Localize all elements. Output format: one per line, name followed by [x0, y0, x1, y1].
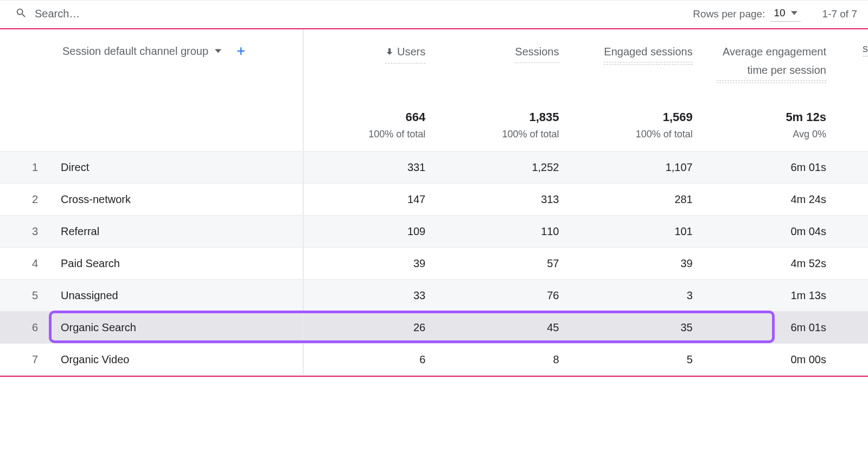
col-header-users[interactable]: Users 664 100% of total [304, 29, 437, 151]
metric-headers: Users 664 100% of total Sessions 1,835 1… [304, 29, 868, 151]
row-metric: 45 [437, 321, 571, 334]
row-channel-name[interactable]: Organic Search [49, 312, 304, 343]
row-metric: 147 [304, 193, 437, 206]
row-metric: 6m 01s [705, 321, 838, 334]
total-sessions-sub: 100% of total [449, 129, 559, 140]
row-metric: 6m 01s [705, 161, 838, 174]
row-index: 1 [0, 161, 49, 174]
arrow-down-icon [385, 47, 394, 56]
total-users: 664 [316, 110, 425, 124]
total-sessions: 1,835 [449, 110, 559, 124]
row-metric: 4m 52s [705, 257, 838, 270]
row-metric: 1,252 [437, 161, 571, 174]
row-metric: 39 [304, 257, 437, 270]
report-table: Rows per page: 10 1-7 of 7 Session defau… [0, 0, 868, 377]
dimension-selector[interactable]: Session default channel group [62, 45, 208, 58]
page-range: 1-7 of 7 [806, 8, 857, 20]
row-index: 4 [0, 257, 49, 270]
col-header-avg-label: Average engagement time per session [717, 42, 826, 83]
row-metric: 313 [437, 193, 571, 206]
table-row[interactable]: 3Referral1091101010m 04s [0, 216, 868, 248]
row-metric: 26 [304, 321, 437, 334]
col-header-avg-engagement[interactable]: Average engagement time per session 5m 1… [705, 29, 838, 151]
chevron-down-icon [791, 10, 797, 16]
col-header-engaged-label: Engaged sessions [604, 42, 692, 65]
row-index: 2 [0, 193, 49, 206]
row-channel-name[interactable]: Organic Video [49, 344, 304, 375]
table-row[interactable]: 6Organic Search2645356m 01s [0, 312, 868, 344]
row-index: 3 [0, 225, 49, 238]
row-metric: 8 [437, 353, 571, 366]
total-engaged: 1,569 [583, 110, 693, 124]
row-metric: 110 [437, 225, 571, 238]
row-metric: 3 [571, 289, 705, 302]
row-channel-name[interactable]: Unassigned [49, 280, 304, 311]
row-metric: 0m 00s [705, 353, 838, 366]
table-toolbar: Rows per page: 10 1-7 of 7 [0, 0, 868, 28]
total-users-sub: 100% of total [316, 129, 425, 140]
row-channel-name[interactable]: Cross-network [49, 184, 304, 215]
row-metric: 76 [437, 289, 571, 302]
row-channel-name[interactable]: Direct [49, 151, 304, 183]
row-metric: 57 [437, 257, 571, 270]
row-index: 5 [0, 289, 49, 302]
col-header-engaged-sessions[interactable]: Engaged sessions 1,569 100% of total [571, 29, 705, 151]
dimension-column-header: Session default channel group + [0, 29, 304, 151]
table-header: Session default channel group + Users 66… [0, 29, 868, 151]
table-row[interactable]: 2Cross-network1473132814m 24s [0, 184, 868, 216]
row-metric: 331 [304, 161, 437, 174]
row-metric: 0m 04s [705, 225, 838, 238]
add-dimension-button[interactable]: + [228, 42, 245, 60]
row-metric: 5 [571, 353, 705, 366]
pagination: Rows per page: 10 1-7 of 7 [693, 6, 857, 22]
row-metric: 33 [304, 289, 437, 302]
row-metric: 281 [571, 193, 705, 206]
search-input[interactable] [35, 8, 252, 20]
total-engaged-sub: 100% of total [583, 129, 693, 140]
divider [0, 376, 868, 377]
row-metric: 4m 24s [705, 193, 838, 206]
table-row[interactable]: 1Direct3311,2521,1076m 01s [0, 151, 868, 184]
col-header-sessions[interactable]: Sessions 1,835 100% of total [437, 29, 571, 151]
table-row[interactable]: 4Paid Search3957394m 52s [0, 248, 868, 280]
rows-per-page-label: Rows per page: [693, 8, 765, 20]
table-body: 1Direct3311,2521,1076m 01s2Cross-network… [0, 151, 868, 376]
table-row[interactable]: 7Organic Video6850m 00s [0, 344, 868, 376]
row-metric: 1,107 [571, 161, 705, 174]
total-avg-eng-sub: Avg 0% [717, 129, 826, 140]
total-avg-eng: 5m 12s [717, 110, 826, 124]
row-channel-name[interactable]: Paid Search [49, 248, 304, 279]
table-row[interactable]: 5Unassigned337631m 13s [0, 280, 868, 312]
row-metric: 35 [571, 321, 705, 334]
col-header-cutoff: s [838, 29, 868, 151]
row-metric: 101 [571, 225, 705, 238]
row-metric: 109 [304, 225, 437, 238]
rows-per-page-value: 10 [774, 7, 785, 19]
row-metric: 1m 13s [705, 289, 838, 302]
row-index: 7 [0, 353, 49, 366]
row-metric: 39 [571, 257, 705, 270]
row-channel-name[interactable]: Referral [49, 216, 304, 247]
rows-per-page-select[interactable]: 10 [770, 6, 800, 22]
row-metric: 6 [304, 353, 437, 366]
row-index: 6 [0, 321, 49, 334]
search-field[interactable] [15, 7, 693, 21]
search-icon [15, 7, 27, 21]
chevron-down-icon [215, 48, 221, 54]
